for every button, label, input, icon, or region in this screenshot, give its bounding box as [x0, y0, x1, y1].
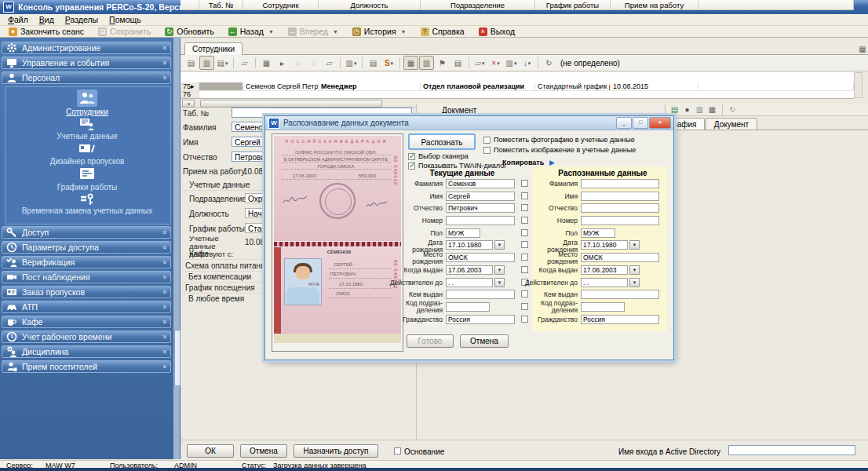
done-button[interactable]: Готово [407, 334, 454, 348]
person-card-icon[interactable] [419, 56, 434, 70]
rec-valid-until-dropdown-icon[interactable]: ▼ [629, 278, 640, 287]
meal-scheme-value[interactable]: Без компенсации [188, 272, 251, 281]
sidebar-section-management-events[interactable]: Управление и события» [2, 57, 171, 69]
col-marker[interactable] [181, 0, 199, 10]
refresh-button[interactable]: Обновить [159, 26, 221, 37]
cancel-button[interactable]: Отмена [240, 444, 287, 458]
col-schedule[interactable]: График работы [535, 0, 611, 10]
scanner-icon[interactable] [669, 105, 680, 115]
rec-dept-code-input[interactable] [581, 302, 625, 312]
ok-button[interactable]: ОК [187, 444, 234, 458]
menu-view[interactable]: Вид [34, 14, 60, 25]
copy-row-checkbox[interactable] [521, 217, 528, 224]
rec-name-input[interactable] [581, 192, 659, 201]
sidebar-item-temporary-replacement[interactable]: Временная замена учетных данных [5, 206, 170, 215]
ad-login-input[interactable] [728, 445, 855, 455]
edit-record-icon[interactable] [322, 56, 337, 70]
cur-dept-code-input[interactable] [446, 302, 490, 312]
place-photo-checkbox[interactable] [483, 137, 491, 144]
recognize-button[interactable]: Распознать [408, 133, 476, 150]
rec-issued-when-dropdown-icon[interactable]: ▼ [629, 265, 640, 275]
cell-schedule[interactable]: Стандартный график работы [535, 82, 611, 91]
credentials-icon[interactable] [5, 118, 170, 132]
col-department[interactable]: Подразделение [421, 0, 535, 10]
sidebar-scrollbar[interactable] [173, 38, 180, 459]
sidebar-item-employees[interactable]: Сотрудники [5, 108, 170, 116]
menu-sections[interactable]: Разделы [60, 14, 104, 25]
lock-icon[interactable] [450, 56, 465, 70]
assign-access-button[interactable]: Назначить доступ [294, 444, 378, 458]
panel-layout-icon[interactable] [857, 43, 868, 54]
cur-patronymic-input[interactable]: Петрович [446, 203, 515, 213]
sidebar-section-time-tracking[interactable]: Учет рабочего времени» [2, 330, 171, 343]
pass-designer-icon[interactable] [5, 143, 170, 155]
cur-birthplace-input[interactable]: ОМСК [446, 253, 515, 262]
copy-row-checkbox[interactable] [521, 316, 528, 323]
cell-employee[interactable]: Семенов Сергей Петрович [243, 82, 319, 91]
sidebar-section-access-parameters[interactable]: Параметры доступа» [2, 241, 171, 254]
sidebar-section-access[interactable]: Доступ» [2, 226, 171, 239]
copy-row-checkbox[interactable] [521, 303, 528, 310]
sidebar-section-atp[interactable]: АТП» [2, 301, 171, 313]
dialog-minimize-icon[interactable] [616, 117, 632, 129]
exit-button[interactable]: Выход [472, 26, 521, 37]
expand-icon[interactable] [275, 56, 290, 70]
dialog-cancel-button[interactable]: Отмена [460, 334, 509, 348]
cards-icon[interactable]: ▾ [504, 56, 519, 70]
card-view-icon[interactable] [199, 56, 214, 70]
hscroll-thumb[interactable] [200, 100, 382, 108]
cur-citizenship-input[interactable]: Россия [446, 315, 515, 324]
dialog-maximize-icon[interactable] [633, 117, 648, 129]
rec-patronymic-input[interactable] [581, 203, 659, 213]
cell-position[interactable]: Менеджер [319, 82, 421, 91]
cur-birthdate-dropdown-icon[interactable]: ▼ [494, 240, 505, 250]
export-record-icon[interactable]: ▾ [215, 56, 230, 70]
camera-save-icon[interactable] [707, 105, 717, 115]
hscroll-left-arrow[interactable]: ◂ [182, 100, 195, 108]
search-next-icon[interactable] [306, 56, 321, 70]
cur-birthdate-input[interactable]: 17.10.1980 [446, 240, 493, 250]
menu-file[interactable]: Файл [2, 14, 34, 25]
search-icon[interactable] [290, 56, 305, 70]
place-image-checkbox[interactable] [483, 147, 491, 154]
help-button[interactable]: Справка [414, 26, 471, 37]
history-button[interactable]: История▼ [346, 26, 413, 37]
cur-sex-input[interactable]: МУЖ [446, 228, 480, 238]
delete-icon[interactable]: ▾ [488, 56, 503, 70]
menu-help[interactable]: Помощь [104, 14, 147, 25]
refresh-photo-icon[interactable] [728, 105, 738, 115]
video-camera-icon[interactable] [682, 105, 692, 115]
sidebar-item-work-schedules[interactable]: Графики работы [5, 183, 170, 192]
reload-icon[interactable] [542, 56, 556, 70]
cur-valid-until-dropdown-icon[interactable]: ▼ [494, 278, 505, 287]
cell-tab-no[interactable] [199, 82, 243, 91]
copy-row-checkbox[interactable] [521, 180, 528, 187]
rec-issued-when-input[interactable]: 17.06.2003 [581, 265, 628, 275]
copy-label[interactable]: Копировать [502, 159, 544, 166]
col-employee[interactable]: Сотрудник [243, 0, 319, 10]
col-hired[interactable]: Прием на работу [611, 0, 698, 10]
eraser-icon[interactable] [366, 56, 381, 70]
table-vscrollbar[interactable] [854, 72, 863, 98]
rec-birthdate-input[interactable]: 17.10.1980 [581, 240, 628, 250]
rec-citizenship-input[interactable]: Россия [581, 315, 659, 324]
rec-issued-by-input[interactable] [581, 290, 659, 299]
flag-icon[interactable] [435, 56, 450, 70]
cur-issued-when-dropdown-icon[interactable]: ▼ [494, 265, 505, 275]
forward-button[interactable]: Вперед▼ [282, 26, 345, 37]
sidebar-section-discipline[interactable]: Дисциплина» [2, 345, 171, 358]
sidebar-section-pass-orders[interactable]: Заказ пропусков» [2, 286, 171, 298]
dialog-close-icon[interactable] [649, 117, 671, 129]
tab-document[interactable]: Документ [706, 118, 757, 130]
rec-birthdate-dropdown-icon[interactable]: ▼ [629, 240, 640, 250]
cur-name-input[interactable]: Сергей [446, 192, 515, 201]
sidebar-section-observation-post[interactable]: Пост наблюдения» [2, 271, 171, 283]
table-mode-icon[interactable] [259, 56, 274, 70]
cur-issued-by-input[interactable] [446, 290, 515, 299]
rec-valid-until-input[interactable]: . . [581, 278, 628, 287]
back-button[interactable]: Назад▼ [222, 26, 280, 37]
copy-arrow-icon[interactable]: ▶ [549, 159, 555, 166]
copy-row-checkbox[interactable] [521, 241, 528, 248]
import-icon[interactable]: ▾ [520, 56, 534, 70]
sidebar-section-personnel[interactable]: Персонал» [2, 71, 171, 84]
